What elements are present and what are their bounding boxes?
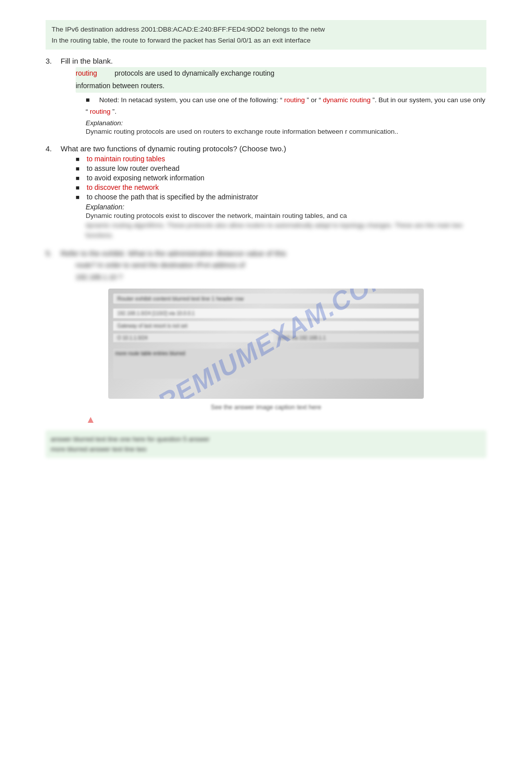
q3-title-row: 3. Fill in the blank. (46, 57, 486, 65)
q4-bullet-2: ■ (76, 165, 83, 172)
q3-fill-middle: protocols are used to dynamically exchan… (115, 69, 275, 77)
q4-option-1-text: to maintain routing tables (87, 155, 165, 163)
q3-fill-suffix: information between routers. (76, 82, 164, 90)
q3-noted-mid1: ” or “ (307, 96, 323, 104)
q2-tail-section: The IPv6 destination address 2001:DB8:AC… (46, 20, 486, 50)
q3-noted-answer2: dynamic routing (323, 96, 370, 104)
q5-subtitle-text: route? In order to send the destination … (76, 261, 245, 269)
q3-explanation: Explanation: Dynamic routing protocols a… (86, 119, 486, 135)
q4-explanation: Explanation: Dynamic routing protocols e… (86, 203, 486, 240)
q4-option-2: ■ to assure low router overhead (76, 164, 486, 172)
noted-bullet: ■ (86, 96, 97, 104)
question-3: 3. Fill in the blank. routing protocols … (46, 57, 486, 135)
q4-explanation-label: Explanation: (86, 203, 486, 211)
q2-tail-line2: In the routing table, the route to forwa… (52, 35, 480, 46)
q5-caption: See the answer image caption text here (46, 404, 486, 411)
q4-option-1: ■ to maintain routing tables (76, 155, 486, 163)
q3-noted-suffix: ”. (112, 108, 116, 115)
q3-title: Fill in the blank. (61, 57, 113, 65)
q5-number: 5. (46, 249, 58, 257)
q3-explanation-text: Dynamic routing protocols are used on ro… (86, 128, 486, 135)
q3-noted: ■ Noted: In netacad system, you can use … (86, 95, 486, 118)
q4-option-5: ■ to choose the path that is specified b… (76, 193, 486, 201)
question-4: 4. What are two functions of dynamic rou… (46, 144, 486, 240)
q3-noted-answer1: routing (284, 96, 305, 104)
q5-subtitle: route? In order to send the destination … (76, 259, 486, 284)
q4-title: What are two functions of dynamic routin… (61, 144, 286, 153)
q3-noted-prefix: Noted: In netacad system, you can use on… (99, 96, 282, 104)
q4-bullet-5: ■ (76, 193, 83, 201)
q4-option-4: ■ to discover the network (76, 183, 486, 191)
q2-tail-line1: The IPv6 destination address 2001:DB8:AC… (52, 24, 480, 35)
q4-bullet-3: ■ (76, 174, 83, 182)
question-5: 5. Refer to the exhibit. What is the adm… (46, 249, 486, 458)
q4-title-row: 4. What are two functions of dynamic rou… (46, 144, 486, 153)
q4-bullet-4: ■ (76, 184, 83, 191)
q4-option-5-text: to choose the path that is specified by … (87, 193, 258, 201)
q5-exhibit-image: Router exhibit content blurred text line… (108, 289, 424, 399)
q3-number: 3. (46, 57, 58, 65)
q4-number: 4. (46, 144, 58, 153)
q4-bullet-1: ■ (76, 155, 83, 163)
q4-option-3-text: to avoid exposing network information (87, 174, 204, 182)
q3-noted-answer3: routing (90, 108, 110, 115)
q5-title-row: 5. Refer to the exhibit. What is the adm… (46, 249, 486, 257)
q3-fill-line: routing protocols are used to dynamicall… (76, 67, 486, 92)
q5-answer-blurred: answer blurred text line one here for qu… (46, 430, 486, 458)
q5-arrow-icon: ▲ (86, 414, 486, 425)
q4-option-4-text: to discover the network (87, 183, 159, 191)
q4-option-2-text: to assure low router overhead (87, 164, 179, 172)
q5-image-bg: Router exhibit content blurred text line… (108, 289, 424, 399)
q4-explanation-blurred: dynamic routing algorithms. These protoc… (86, 220, 486, 240)
q5-sub2-text: 192.168.1.10 ? (76, 273, 122, 281)
q3-explanation-label: Explanation: (86, 119, 486, 127)
q4-explanation-text: Dynamic routing protocols exist to disco… (86, 212, 486, 219)
page-container: The IPv6 destination address 2001:DB8:AC… (41, 10, 491, 477)
q3-answer-routing: routing (76, 69, 97, 77)
q4-option-3: ■ to avoid exposing network information (76, 174, 486, 182)
q5-title: Refer to the exhibit. What is the admini… (61, 249, 286, 257)
